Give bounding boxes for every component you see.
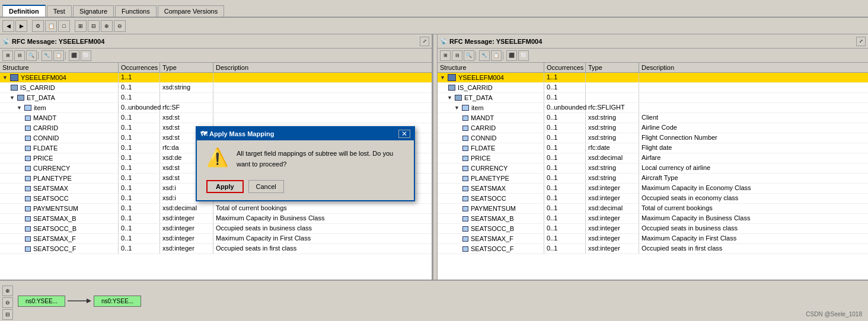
dialog-icon: 🗺 [200, 130, 207, 137]
toolbar-btn-7[interactable]: ⊟ [88, 20, 100, 32]
toolbar-btn-5[interactable]: □ [58, 20, 70, 32]
dialog-apply-button[interactable]: Apply [206, 180, 244, 193]
tab-test[interactable]: Test [47, 5, 72, 17]
watermark: CSDN @Seele_1018 [806, 311, 862, 317]
bottom-tool-btn-1[interactable]: ⊕ [2, 285, 13, 296]
dialog-overlay: 🗺 Apply Mass Mapping ✕ ⚠️ All target fie… [0, 34, 868, 280]
dialog-close-button[interactable]: ✕ [398, 130, 410, 138]
dialog-footer: Apply Cancel [197, 178, 414, 200]
mapping-node-2[interactable]: ns0:YSEE... [94, 296, 141, 307]
dialog-message-text: All target field mappings of subtree wil… [237, 149, 404, 169]
svg-marker-1 [87, 298, 91, 303]
tab-functions[interactable]: Functions [115, 5, 157, 17]
mapping-node-1[interactable]: ns0:YSEE... [18, 296, 65, 307]
dialog-warning-icon: ⚠️ [206, 149, 228, 166]
dialog-title-content: 🗺 Apply Mass Mapping [200, 130, 274, 137]
bottom-tool-btn-2[interactable]: ⊖ [2, 297, 13, 308]
dialog-body: ⚠️ All target field mappings of subtree … [197, 140, 414, 178]
toolbar-btn-6[interactable]: ⊞ [75, 20, 87, 32]
toolbar-btn-4[interactable]: 📋 [45, 20, 57, 32]
toolbar-btn-8[interactable]: ⊕ [101, 20, 113, 32]
toolbar-btn-3[interactable]: ⚙ [32, 20, 44, 32]
main-toolbar: ◀ ▶ ⚙ 📋 □ ⊞ ⊟ ⊕ ⊖ [0, 18, 868, 34]
top-tabs-bar: Definition Test Signature Functions Comp… [0, 0, 868, 18]
tab-compare-versions[interactable]: Compare Versions [158, 5, 225, 17]
dialog-cancel-button[interactable]: Cancel [248, 180, 284, 193]
toolbar-btn-9[interactable]: ⊖ [114, 20, 126, 32]
mapping-arrow [65, 296, 94, 306]
tab-signature[interactable]: Signature [73, 5, 114, 17]
dialog-title-text: Apply Mass Mapping [209, 130, 274, 137]
bottom-tools: ⊕ ⊖ ⊟ [2, 285, 13, 320]
toolbar-btn-1[interactable]: ◀ [2, 20, 14, 32]
apply-mass-mapping-dialog: 🗺 Apply Mass Mapping ✕ ⚠️ All target fie… [196, 126, 415, 201]
bottom-tool-btn-3[interactable]: ⊟ [2, 309, 13, 320]
toolbar-btn-2[interactable]: ▶ [15, 20, 27, 32]
dialog-title-bar: 🗺 Apply Mass Mapping ✕ [197, 127, 414, 140]
bottom-bar: ⊕ ⊖ ⊟ ns0:YSEE... ns0:YSEE... CSDN @Seel… [0, 280, 868, 321]
tab-definition[interactable]: Definition [2, 5, 46, 17]
